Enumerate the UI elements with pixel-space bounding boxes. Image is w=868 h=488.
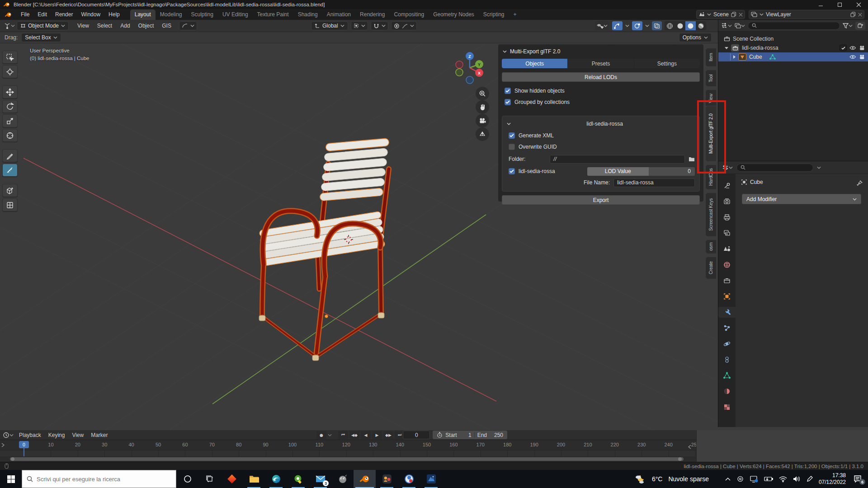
viewport-menu-item[interactable]: View	[73, 21, 93, 30]
viewport-menu-item[interactable]: Select	[93, 21, 116, 30]
sidebar-tab-multi-export[interactable]: Multi-Export glTF 2.0	[705, 106, 716, 162]
weather-desc[interactable]: Nuvole sparse	[668, 475, 709, 483]
workspace-tab[interactable]: UV Editing	[218, 9, 253, 20]
timeline-tracks[interactable]	[0, 450, 696, 456]
copy-icon[interactable]	[731, 12, 736, 17]
expand-summary-icon[interactable]	[1, 443, 5, 447]
file-explorer-icon[interactable]	[243, 470, 265, 488]
navigation-gizmo[interactable]: Z Y X	[450, 48, 491, 89]
export-panel-tab[interactable]: Presets	[568, 59, 633, 68]
filter-icon[interactable]	[843, 23, 853, 28]
tab-particles[interactable]	[720, 323, 734, 333]
app-amd-icon[interactable]	[221, 470, 243, 488]
wifi-icon[interactable]	[779, 476, 787, 482]
workspace-tab[interactable]: Scripting	[479, 9, 509, 20]
export-button[interactable]: Export	[502, 195, 700, 205]
overlays-toggle[interactable]	[632, 21, 642, 30]
shading-material-preview[interactable]	[685, 21, 696, 30]
orientation-dropdown[interactable]: Global	[311, 21, 348, 30]
zoom-view-button[interactable]	[476, 87, 489, 100]
sidebar-tab-osm[interactable]: osm	[705, 239, 716, 254]
editor-type-icon[interactable]	[4, 23, 15, 29]
qgis-icon[interactable]	[287, 470, 309, 488]
tab-texture[interactable]	[720, 402, 734, 413]
export-panel-tab[interactable]: Objects	[502, 59, 567, 68]
breadcrumb-object-name[interactable]: Cube	[750, 179, 763, 185]
outliner-search-input[interactable]	[748, 22, 840, 30]
file-name-input[interactable]: lidl-sedia-rossa	[613, 178, 695, 187]
notification-center-icon[interactable]: 6	[852, 473, 864, 485]
play-button[interactable]: ▶	[372, 431, 382, 439]
maximize-button[interactable]	[830, 0, 849, 9]
workspace-tab[interactable]: Shading	[293, 9, 322, 20]
snap-target-dropdown[interactable]	[351, 21, 368, 30]
grouped-checkbox[interactable]	[505, 99, 511, 105]
hide-eye-icon[interactable]	[849, 46, 856, 50]
viewlayer-selector[interactable]: ViewLayer	[749, 10, 864, 19]
end-value[interactable]: 250	[490, 432, 503, 438]
sidebar-tab-view[interactable]: View	[705, 89, 716, 108]
sidebar-tab-screencast-keys[interactable]: Screencast Keys	[705, 192, 716, 237]
clock[interactable]: 17:38 07/12/2022	[819, 472, 846, 486]
collection-label[interactable]: lidl-sedia-rossa	[742, 45, 778, 51]
mail-icon[interactable]: 3	[309, 470, 331, 488]
object-label[interactable]: Cube	[749, 54, 762, 60]
frame-range-fields[interactable]: Start 1 End 250	[433, 431, 507, 439]
tool-scale[interactable]	[2, 114, 18, 127]
workspace-tab[interactable]: Geometry Nodes	[429, 9, 479, 20]
unlink-icon[interactable]	[739, 13, 743, 17]
taskbar-search[interactable]	[22, 470, 176, 488]
gizmo-neg-z[interactable]	[466, 76, 473, 84]
export-panel-tab[interactable]: Settings	[634, 59, 700, 68]
timeline-menu-item[interactable]: View	[68, 431, 87, 439]
weather-temp[interactable]: 6°C	[652, 475, 663, 483]
blender-logo-icon[interactable]	[5, 11, 12, 18]
xray-toggle[interactable]	[652, 21, 662, 30]
outliner-editor-icon[interactable]	[721, 23, 732, 28]
cast-display-icon[interactable]	[750, 476, 758, 483]
collapse-region-icon[interactable]	[688, 445, 692, 449]
pen-icon[interactable]	[807, 476, 813, 482]
tab-object-data[interactable]	[720, 370, 734, 381]
edge-icon[interactable]	[265, 470, 287, 488]
topbar-menu-item[interactable]: File	[17, 10, 33, 19]
tool-add-cube[interactable]	[2, 184, 18, 197]
play-reverse-button[interactable]: ◀	[361, 431, 371, 439]
tool-annotate[interactable]	[2, 149, 18, 162]
options-dropdown[interactable]: Options	[679, 33, 712, 42]
next-keyframe-button[interactable]: ◆▶	[383, 431, 393, 439]
lod-value-slider[interactable]: LOD Value 0	[587, 167, 695, 176]
search-input[interactable]	[37, 476, 163, 483]
tab-physics[interactable]	[720, 338, 734, 349]
tool-select-box[interactable]	[2, 51, 18, 64]
scene-name[interactable]: Scene	[713, 11, 729, 18]
tool-cursor[interactable]	[2, 65, 18, 78]
sidebar-tab-hardops[interactable]: HardOps	[705, 164, 716, 190]
timeline-scrollbar[interactable]	[0, 456, 696, 462]
workspace-tab[interactable]: Compositing	[389, 9, 429, 20]
close-button[interactable]	[849, 0, 868, 9]
scene-collection-label[interactable]: Scene Collection	[733, 36, 774, 42]
disable-render-camera-icon[interactable]	[859, 45, 865, 51]
auto-keying-toggle[interactable]: ●	[316, 431, 326, 439]
tab-scene[interactable]	[720, 244, 734, 254]
gizmos-toggle[interactable]	[612, 21, 623, 30]
tab-world[interactable]	[720, 259, 734, 270]
timeline-editor-icon[interactable]	[3, 432, 14, 438]
hide-eye-icon[interactable]	[849, 55, 856, 59]
minimize-button[interactable]	[811, 0, 830, 9]
display-mode-icon[interactable]	[735, 23, 745, 28]
tool-rotate[interactable]	[2, 100, 18, 113]
tab-constraints[interactable]	[720, 354, 734, 365]
mode-dropdown[interactable]: Object Mode	[17, 21, 69, 30]
workspace-tab[interactable]: Sculpting	[187, 9, 218, 20]
tool-extra[interactable]	[2, 198, 18, 211]
remove-icon[interactable]	[858, 13, 862, 17]
playhead[interactable]: 0	[19, 441, 29, 448]
workspace-tab[interactable]: +	[509, 9, 521, 20]
show-gizmo-dropdown[interactable]	[595, 21, 609, 30]
tool-transform[interactable]	[2, 129, 18, 142]
gimp-icon[interactable]	[331, 470, 354, 488]
topbar-menu-item[interactable]: Edit	[33, 10, 51, 19]
disclosure-closed-icon[interactable]	[733, 55, 736, 59]
